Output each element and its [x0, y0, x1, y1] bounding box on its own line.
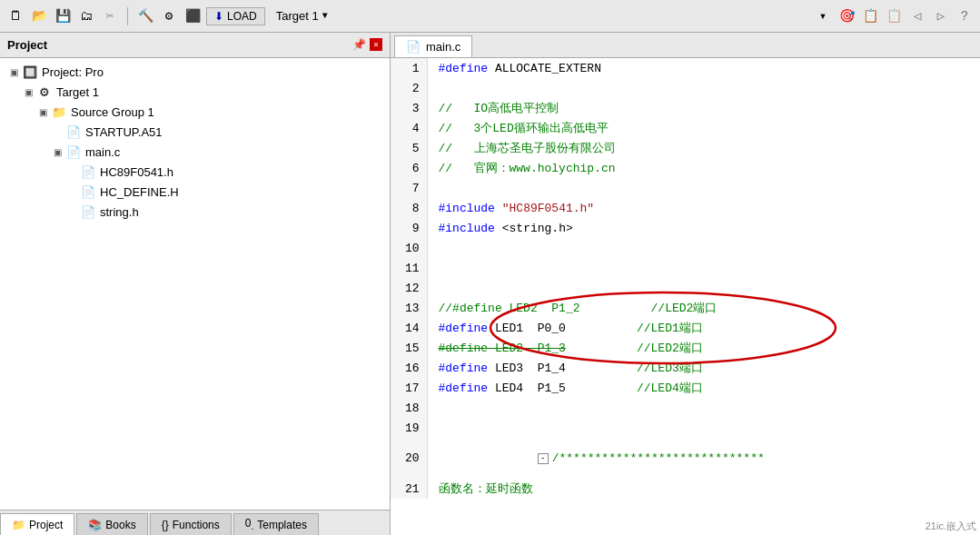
tab-functions[interactable]: {} Functions	[150, 513, 232, 535]
expand-source-icon[interactable]: ▣	[36, 105, 49, 118]
tree-project-item[interactable]: ▣ 🔲 Project: Pro	[0, 62, 390, 82]
pin-icon[interactable]: 📌	[352, 38, 366, 52]
code-area[interactable]: 1 #define ALLOCATE_EXTERN 2 3 // IO高低电平控…	[391, 58, 980, 499]
tab-project[interactable]: 📁 Project	[0, 513, 74, 535]
build-icon[interactable]: 🔨	[135, 6, 155, 26]
fold-button[interactable]: -	[538, 453, 549, 464]
open-icon[interactable]: 📂	[29, 6, 49, 26]
tree-startup-file[interactable]: 📄 STARTUP.A51	[0, 122, 390, 142]
tab-books-icon: 📚	[88, 519, 102, 531]
line-content	[427, 238, 980, 258]
table-row: 1 #define ALLOCATE_EXTERN	[391, 58, 980, 78]
line-number: 17	[391, 378, 427, 398]
line-content	[427, 178, 980, 198]
file-icon-startup: 📄	[65, 124, 82, 140]
tree-target-item[interactable]: ▣ ⚙ Target 1	[0, 82, 390, 102]
tree-source-group-item[interactable]: ▣ 📁 Source Group 1	[0, 102, 390, 122]
line-number: 8	[391, 198, 427, 218]
table-row: 13 //#define LED2 P1_2 //LED2端口	[391, 298, 980, 318]
toolbar-right-icons: ▾ 🎯 📋 📋 ◁ ▷ ?	[813, 6, 975, 26]
tab-books-label: Books	[105, 519, 135, 531]
line-content: #define ALLOCATE_EXTERN	[427, 58, 980, 78]
tree-stringh-include[interactable]: 📄 string.h	[0, 202, 390, 222]
file-spacer-4	[65, 205, 78, 218]
hc89-filename: HC89F0541.h	[100, 165, 173, 179]
line-content: // IO高低电平控制	[427, 98, 980, 118]
line-content: #include <string.h>	[427, 218, 980, 238]
table-row: 17 #define LED4 P1_5 //LED4端口	[391, 378, 980, 398]
expand-project-icon[interactable]: ▣	[7, 65, 20, 78]
tab-project-icon: 📁	[12, 519, 25, 531]
folder-icon: 📁	[51, 104, 67, 120]
table-row: 11	[391, 258, 980, 278]
target-name: Target 1	[56, 85, 99, 99]
tree-hcdefine-include[interactable]: 📄 HC_DEFINE.H	[0, 182, 390, 202]
line-number: 16	[391, 358, 427, 378]
load-button[interactable]: ⬇ LOAD	[206, 7, 265, 25]
table-row: 9 #include <string.h>	[391, 218, 980, 238]
line-content: // 上海芯圣电子股份有限公司	[427, 138, 980, 158]
cut-icon[interactable]: ✂	[100, 6, 120, 26]
close-button[interactable]: ✕	[370, 38, 382, 51]
tab-project-label: Project	[29, 519, 63, 531]
file-spacer-2	[65, 165, 78, 178]
line-content: #define LED4 P1_5 //LED4端口	[427, 378, 980, 398]
copy-icon[interactable]: 📋	[860, 6, 880, 26]
stop-icon[interactable]: ⬛	[183, 6, 203, 26]
line-number: 7	[391, 178, 427, 198]
expand-target-icon[interactable]: ▣	[22, 85, 35, 98]
editor-wrapper: 1 #define ALLOCATE_EXTERN 2 3 // IO高低电平控…	[391, 58, 980, 535]
line-content: #define LED2 P1_3 //LED2端口	[427, 338, 980, 358]
tab-templates-label: Templates	[257, 519, 307, 531]
target-dropdown-icon[interactable]: ▼	[322, 11, 328, 21]
bottom-tabs: 📁 Project 📚 Books {} Functions 0. Templa…	[0, 510, 390, 535]
line-number: 14	[391, 318, 427, 338]
tree-hc89-include[interactable]: 📄 HC89F0541.h	[0, 162, 390, 182]
tab-books[interactable]: 📚 Books	[76, 513, 147, 535]
table-row: 2	[391, 78, 980, 98]
forward-icon[interactable]: ▷	[931, 6, 951, 26]
tree-mainc-file[interactable]: ▣ 📄 main.c	[0, 142, 390, 162]
save-all-icon[interactable]: 🗂	[76, 6, 96, 26]
line-content	[427, 398, 980, 418]
source-group-name: Source Group 1	[71, 105, 154, 119]
new-file-icon[interactable]: 🗒	[5, 6, 25, 26]
paste-icon[interactable]: 📋	[884, 6, 904, 26]
line-content: #define LED1 P0_0 //LED1端口	[427, 318, 980, 338]
table-row: 19	[391, 418, 980, 438]
target-settings-icon[interactable]: 🎯	[836, 6, 856, 26]
help-icon[interactable]: ?	[955, 6, 975, 26]
expand-mainc-icon[interactable]: ▣	[51, 145, 64, 158]
tab-templates-icon: 0.	[245, 517, 253, 531]
dropdown-icon[interactable]: ▾	[813, 6, 833, 26]
table-row: 12	[391, 278, 980, 298]
line-number: 15	[391, 338, 427, 358]
startup-filename: STARTUP.A51	[85, 125, 163, 139]
file-spacer-1	[51, 125, 64, 138]
file-spacer-3	[65, 185, 78, 198]
table-row: 4 // 3个LED循环输出高低电平	[391, 118, 980, 138]
line-number: 11	[391, 258, 427, 278]
line-number: 6	[391, 158, 427, 178]
back-icon[interactable]: ◁	[907, 6, 927, 26]
table-row: 5 // 上海芯圣电子股份有限公司	[391, 138, 980, 158]
line-content: // 官网：www.holychip.cn	[427, 158, 980, 178]
editor-tab-mainc[interactable]: 📄 main.c	[394, 35, 472, 57]
target-selector[interactable]: Target 1 ▼	[276, 9, 328, 23]
table-row: 6 // 官网：www.holychip.cn	[391, 158, 980, 178]
editor-tabs: 📄 main.c	[391, 33, 980, 58]
rebuild-icon[interactable]: ⚙	[159, 6, 179, 26]
line-content	[427, 278, 980, 298]
line-number: 20	[391, 438, 427, 479]
project-tree: ▣ 🔲 Project: Pro ▣ ⚙ Target 1 ▣ 📁 Source…	[0, 58, 390, 510]
tab-templates[interactable]: 0. Templates	[233, 513, 319, 535]
tab-functions-icon: {}	[162, 519, 169, 531]
save-icon[interactable]: 💾	[53, 6, 73, 26]
line-number: 5	[391, 138, 427, 158]
hcdefine-filename: HC_DEFINE.H	[100, 185, 179, 199]
table-row: 15 #define LED2 P1_3 //LED2端口	[391, 338, 980, 358]
line-number: 9	[391, 218, 427, 238]
table-row: 20 -/*****************************	[391, 438, 980, 479]
target-label: Target 1	[276, 9, 319, 23]
line-content: // 3个LED循环输出高低电平	[427, 118, 980, 138]
